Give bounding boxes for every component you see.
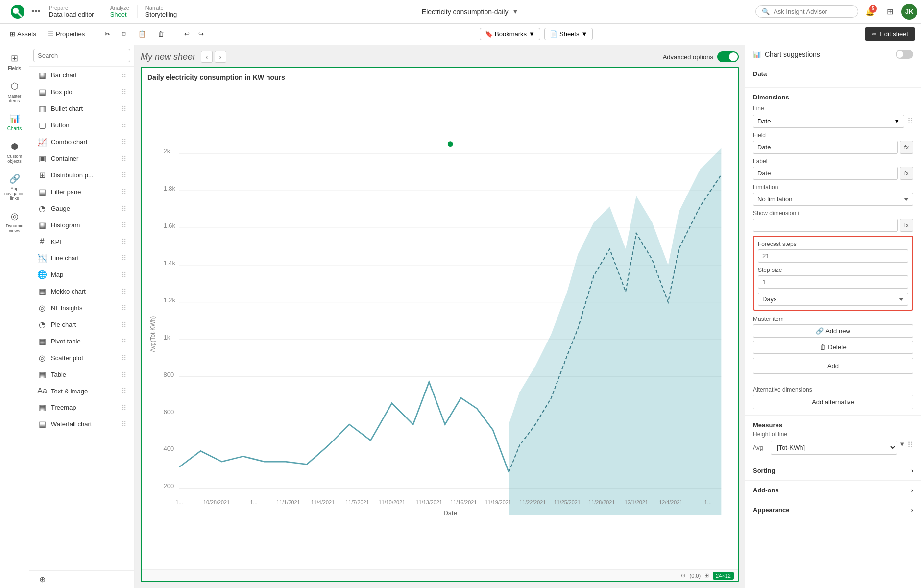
chart-item-waterfall-chart[interactable]: ▤ Waterfall chart ⠿ (31, 416, 132, 432)
add-sheet-icon[interactable]: ⊕ (35, 573, 49, 587)
label-fx-button[interactable]: fx (900, 167, 913, 180)
drag-handle-icon[interactable]: ⠿ (121, 271, 126, 279)
step-size-input[interactable] (758, 275, 908, 289)
charts-search-input[interactable] (33, 49, 130, 62)
drag-handle-icon[interactable]: ⠿ (121, 122, 126, 129)
measure-field-select[interactable]: [Tot-KWh] (771, 441, 897, 455)
chart-item-pivot-table[interactable]: ▦ Pivot table ⠿ (31, 333, 132, 349)
cut-button[interactable]: ✂ (101, 28, 114, 40)
addons-collapsible[interactable]: Add-ons › (753, 487, 913, 494)
forecast-steps-input[interactable] (758, 249, 908, 263)
delete-dimension-button[interactable]: 🗑 Delete (753, 341, 913, 354)
drag-handle-icon[interactable]: ⠿ (121, 72, 126, 79)
drag-handle-icon[interactable]: ⠿ (121, 338, 126, 345)
chart-item-text-image[interactable]: Aa Text & image ⠿ (31, 383, 132, 399)
chart-item-treemap[interactable]: ▦ Treemap ⠿ (31, 399, 132, 416)
drag-handle-icon[interactable]: ⠿ (121, 221, 126, 229)
label-input[interactable] (753, 167, 898, 180)
nav-analyze[interactable]: Analyze Sheet (102, 5, 137, 18)
chart-suggestions-toggle[interactable] (896, 50, 913, 59)
assets-button[interactable]: ⊞ Assets (6, 28, 40, 40)
qlik-logo[interactable] (4, 4, 31, 20)
show-dimension-input[interactable] (753, 219, 898, 232)
sidebar-item-fields[interactable]: ⊞ Fields (2, 49, 27, 75)
drag-handle-icon[interactable]: ⠿ (121, 254, 126, 262)
chart-item-gauge[interactable]: ◔ Gauge ⠿ (31, 200, 132, 217)
measure-drag-handle[interactable]: ⠿ (907, 441, 913, 455)
chart-item-bullet-chart[interactable]: ▥ Bullet chart ⠿ (31, 100, 132, 117)
drag-handle-icon[interactable]: ⠿ (121, 155, 126, 163)
limitation-select[interactable]: No limitation (753, 193, 913, 206)
chart-item-map[interactable]: 🌐 Map ⠿ (31, 267, 132, 283)
drag-handle-icon[interactable]: ⠿ (121, 88, 126, 96)
add-dimension-button[interactable]: Add (753, 358, 913, 374)
sheets-button[interactable]: 📄 Sheets ▼ (544, 28, 593, 40)
drag-handle-icon[interactable]: ⠿ (121, 420, 126, 428)
user-avatar[interactable]: JK (901, 4, 917, 20)
paste-button[interactable]: 📋 (134, 28, 150, 40)
sidebar-item-dynamic-views[interactable]: ◎ Dynamic views (2, 207, 27, 237)
sidebar-item-custom-objects[interactable]: ⬢ Custom objects (2, 137, 27, 168)
advanced-options-toggle[interactable] (717, 51, 739, 62)
chart-item-button[interactable]: ▢ Button ⠿ (31, 117, 132, 133)
add-new-master-item-button[interactable]: 🔗 Add new (753, 324, 913, 338)
chart-item-line-chart[interactable]: 📉 Line chart ⠿ (31, 250, 132, 266)
field-fx-button[interactable]: fx (900, 141, 913, 154)
chart-item-bar-chart[interactable]: ▦ Bar chart ⠿ (31, 67, 132, 83)
days-select[interactable]: Days (758, 293, 908, 306)
drag-handle-icon[interactable]: ⠿ (121, 354, 126, 362)
chart-item-histogram[interactable]: ▦ Histogram ⠿ (31, 217, 132, 233)
chart-item-kpi[interactable]: # KPI ⠿ (31, 234, 132, 249)
delete-button[interactable]: 🗑 (154, 28, 168, 40)
sorting-collapsible[interactable]: Sorting › (753, 467, 913, 474)
drag-handle-icon[interactable]: ⠿ (121, 172, 126, 179)
drag-handle-icon[interactable]: ⠿ (121, 138, 126, 146)
sidebar-item-master-items[interactable]: ⬡ Master items (2, 77, 27, 107)
drag-handle-icon[interactable]: ⠿ (121, 238, 126, 245)
drag-handle-icon[interactable]: ⠿ (121, 321, 126, 329)
sidebar-item-app-navigation[interactable]: 🔗 App navigation links (2, 170, 27, 205)
chart-item-nl-insights[interactable]: ◎ NL Insights ⠿ (31, 300, 132, 316)
properties-button[interactable]: ☰ Properties (44, 28, 89, 40)
previous-sheet-button[interactable]: ‹ (201, 51, 213, 63)
redo-button[interactable]: ↪ (194, 28, 208, 40)
chart-item-container[interactable]: ▣ Container ⠿ (31, 150, 132, 167)
chart-item-scatter-plot[interactable]: ◎ Scatter plot ⠿ (31, 350, 132, 366)
app-title-dropdown-icon[interactable]: ▼ (512, 8, 518, 15)
grid-menu-button[interactable]: ⊞ (882, 4, 897, 20)
more-options-icon[interactable]: ••• (31, 6, 41, 17)
drag-handle-icon[interactable]: ⠿ (121, 205, 126, 213)
chart-item-pie-chart[interactable]: ◔ Pie chart ⠿ (31, 317, 132, 333)
insight-advisor-input[interactable] (774, 8, 852, 15)
chart-item-distribution-plot[interactable]: ⊞ Distribution p... ⠿ (31, 167, 132, 183)
dimension-drag-handle[interactable]: ⠿ (907, 117, 913, 126)
add-alternative-button[interactable]: Add alternative (753, 395, 913, 409)
chart-item-mekko-chart[interactable]: ▦ Mekko chart ⠿ (31, 283, 132, 299)
drag-handle-icon[interactable]: ⠿ (121, 304, 126, 312)
copy-button[interactable]: ⧉ (118, 28, 130, 40)
drag-handle-icon[interactable]: ⠿ (121, 288, 126, 295)
dimension-dropdown[interactable]: Date ▼ (753, 115, 904, 128)
nav-prepare[interactable]: Prepare Data load editor (41, 5, 102, 18)
undo-button[interactable]: ↩ (180, 28, 194, 40)
next-sheet-button[interactable]: › (215, 51, 226, 63)
drag-handle-icon[interactable]: ⠿ (121, 371, 126, 379)
sidebar-item-charts[interactable]: 📊 Charts (2, 109, 27, 135)
chart-item-combo-chart[interactable]: 📈 Combo chart ⠿ (31, 134, 132, 150)
chart-item-filter-pane[interactable]: ▤ Filter pane ⠿ (31, 184, 132, 200)
appearance-collapsible[interactable]: Appearance › (753, 506, 913, 514)
drag-handle-icon[interactable]: ⠿ (121, 105, 126, 113)
edit-sheet-button[interactable]: ✏ Edit sheet (865, 27, 915, 41)
drag-handle-icon[interactable]: ⠿ (121, 404, 126, 412)
nav-narrate[interactable]: Narrate Storytelling (137, 5, 185, 18)
grid-size-icon: ⊞ (704, 572, 709, 579)
field-input[interactable] (753, 141, 898, 154)
drag-handle-icon[interactable]: ⠿ (121, 188, 126, 196)
bookmarks-button[interactable]: 🔖 Bookmarks ▼ (480, 28, 540, 40)
show-dimension-fx-button[interactable]: fx (900, 219, 913, 232)
chart-item-box-plot[interactable]: ▤ Box plot ⠿ (31, 84, 132, 100)
insight-advisor-search[interactable]: 🔍 (755, 5, 858, 18)
notifications-button[interactable]: 🔔 5 (862, 4, 878, 20)
drag-handle-icon[interactable]: ⠿ (121, 387, 126, 395)
chart-item-table[interactable]: ▦ Table ⠿ (31, 367, 132, 383)
